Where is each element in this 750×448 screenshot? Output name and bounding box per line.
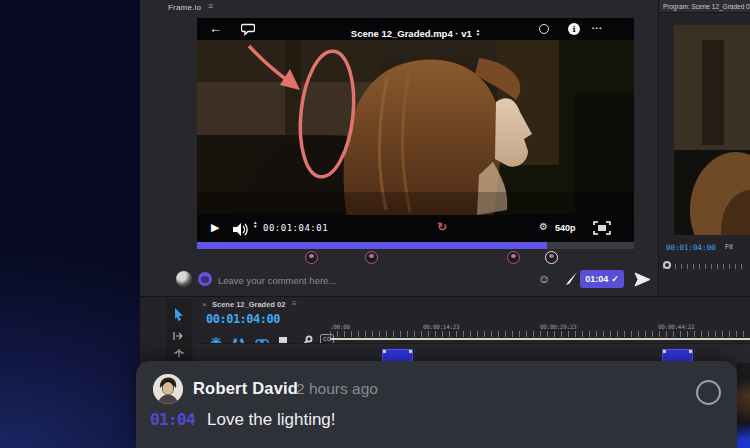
frameio-panel-tab[interactable]: Frame.io xyxy=(168,3,201,12)
comment-card[interactable]: Robert David 2 hours ago 01:04 Love the … xyxy=(136,361,737,448)
comment-text: Love the lighting! xyxy=(207,410,336,430)
right-edge-panel xyxy=(737,363,750,448)
comment-timestamp-ago: 2 hours ago xyxy=(296,380,378,398)
send-icon[interactable] xyxy=(634,271,651,292)
player-title[interactable]: Scene 12_Graded.mp4 · v1 xyxy=(351,28,472,39)
timeline-ruler[interactable] xyxy=(330,331,750,337)
ruler-label: :00:00 xyxy=(330,323,350,330)
comment-marker-current[interactable] xyxy=(545,251,558,264)
comment-author: Robert David xyxy=(193,379,298,398)
desktop: Frame.io ≡ ← Scene 12_Graded.mp4 · v1▲▼ … xyxy=(0,0,750,448)
selection-tool-icon[interactable] xyxy=(173,307,185,325)
panel-menu-icon[interactable]: ≡ xyxy=(208,1,213,11)
program-title: Program: Scene 12_Graded 02 xyxy=(663,3,750,10)
progress-played xyxy=(197,242,547,249)
check-icon: ✓ xyxy=(611,274,619,284)
frameio-panel: Frame.io ≡ ← Scene 12_Graded.mp4 · v1▲▼ … xyxy=(140,0,658,296)
program-header[interactable]: Program: Scene 12_Graded 02 xyxy=(659,0,750,13)
comment-marker[interactable] xyxy=(365,251,378,264)
timecode-stepper-icon[interactable]: ▲▼ xyxy=(253,221,257,229)
info-icon[interactable]: i xyxy=(568,23,580,35)
fit-dropdown[interactable]: Fit xyxy=(725,243,733,250)
timeline-tab[interactable]: Scene 12_Graded 02 xyxy=(212,300,285,309)
video-player: ← Scene 12_Graded.mp4 · v1▲▼ i ••• xyxy=(197,18,634,249)
program-scene xyxy=(674,25,750,235)
timestamp-badge[interactable]: 01:04✓ xyxy=(580,270,624,288)
loop-icon[interactable]: ↻ xyxy=(437,220,447,234)
timeline-timecode[interactable]: 00:01:04:00 xyxy=(206,312,280,326)
play-icon[interactable]: ▶ xyxy=(211,221,219,234)
team-avatar[interactable] xyxy=(198,272,212,286)
comment-marker[interactable] xyxy=(507,251,520,264)
work-area-bar[interactable] xyxy=(330,338,750,340)
user-avatar[interactable] xyxy=(176,271,192,287)
comment-marker[interactable] xyxy=(305,251,318,264)
settings-gear-icon[interactable]: ⚙ xyxy=(539,221,548,232)
version-selector-icon[interactable]: ▲▼ xyxy=(476,29,480,36)
timeline-menu-icon[interactable]: ≡ xyxy=(292,299,297,308)
player-controls: ▶ ▲▼ 00:01:04:01 ↻ ⚙ 540p xyxy=(197,215,634,242)
player-header: ← Scene 12_Graded.mp4 · v1▲▼ i ••• xyxy=(197,18,634,40)
status-circle-icon[interactable] xyxy=(539,24,549,34)
program-scrubber[interactable] xyxy=(663,264,747,269)
comment-time-link[interactable]: 01:04 xyxy=(150,410,195,429)
player-timecode: 00:01:04:01 xyxy=(263,223,328,233)
ruler-label: 00:00:29:23 xyxy=(540,323,576,330)
program-timecode: 00:01:04:00 xyxy=(666,243,716,252)
comment-bar: ☺ 01:04✓ xyxy=(140,266,658,296)
emoji-icon[interactable]: ☺ xyxy=(538,272,550,286)
complete-circle-icon[interactable] xyxy=(696,380,721,405)
more-icon[interactable]: ••• xyxy=(592,25,603,31)
track-select-tool-icon[interactable] xyxy=(173,327,185,345)
video-frame[interactable] xyxy=(197,40,634,215)
volume-icon[interactable] xyxy=(233,222,249,240)
close-icon[interactable]: × xyxy=(202,300,207,309)
program-monitor-panel: Program: Scene 12_Graded 02 00:01:04:00 … xyxy=(658,0,750,296)
fullscreen-icon[interactable] xyxy=(593,221,611,239)
commenter-avatar[interactable] xyxy=(153,374,183,404)
video-scene xyxy=(197,40,634,215)
ruler-label: 00:00:14:23 xyxy=(423,323,459,330)
ruler-label: 00:00:44:22 xyxy=(658,323,694,330)
comment-input[interactable] xyxy=(218,270,468,290)
program-video[interactable] xyxy=(674,25,750,235)
draw-annotation-icon[interactable] xyxy=(564,271,579,291)
program-playhead-icon[interactable] xyxy=(663,261,671,269)
progress-bar[interactable] xyxy=(197,242,634,249)
quality-label[interactable]: 540p xyxy=(555,223,576,233)
